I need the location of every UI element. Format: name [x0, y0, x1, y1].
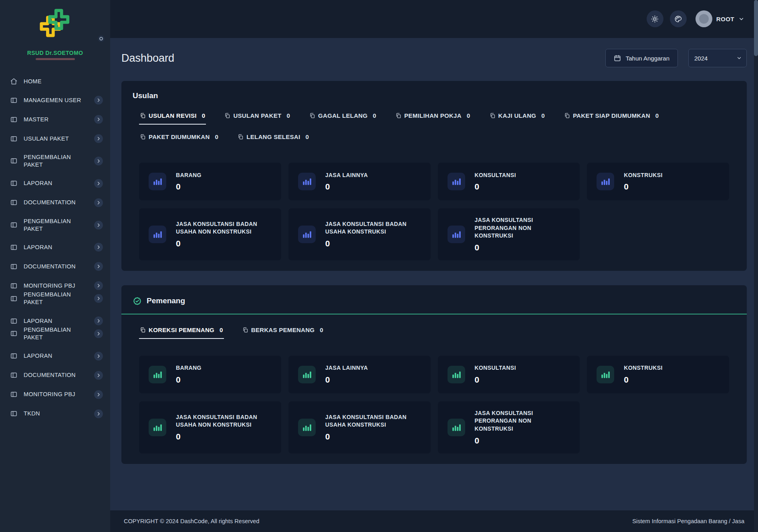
stat-value: 0: [325, 432, 417, 441]
stat-label: JASA LAINNYA: [325, 171, 368, 179]
tab-count: 0: [320, 326, 323, 333]
document-icon: [242, 327, 248, 333]
stat-tile-jasa-lainnya: JASA LAINNYA0: [288, 163, 431, 200]
sidebar-item-monitoring-pbj[interactable]: MONITORING PBJ: [0, 385, 110, 404]
tab-count: 0: [286, 112, 290, 119]
tab-label: PEMILIHAN POKJA: [404, 112, 462, 119]
tab-count: 0: [541, 112, 545, 119]
tab-koreksi-pemenang[interactable]: KOREKSI PEMENANG0: [139, 326, 224, 339]
bar-chart-icon: [149, 226, 166, 243]
chevron-right-icon: [94, 409, 103, 418]
tab-label: BERKAS PEMENANG: [251, 326, 315, 333]
sidebar-item-laporan[interactable]: LAPORAN: [0, 238, 110, 257]
sidebar-collapse-toggle[interactable]: [98, 35, 105, 42]
tab-label: PAKET SIAP DIUMUMKAN: [573, 112, 650, 119]
tab-usulan-revisi[interactable]: USULAN REVISI0: [139, 112, 206, 125]
stat-tile-konsultansi: KONSULTANSI0: [438, 356, 580, 393]
sidebar-item-documentation[interactable]: DOCUMENTATION: [0, 193, 110, 212]
menu-grid-icon: [10, 199, 18, 207]
sidebar-item-master[interactable]: MASTER: [0, 110, 110, 129]
document-icon: [140, 134, 146, 140]
chevron-right-icon: [94, 390, 103, 399]
tab-count: 0: [220, 326, 223, 333]
page-title: Dashboard: [121, 52, 174, 64]
tab-kaji-ulang[interactable]: KAJI ULANG0: [489, 112, 546, 125]
tab-paket-siap-diumumkan[interactable]: PAKET SIAP DIUMUMKAN0: [563, 112, 660, 125]
menu-grid-icon: [10, 96, 18, 104]
sidebar-item-laporan[interactable]: LAPORAN: [0, 174, 110, 193]
menu-grid-icon: [10, 115, 18, 123]
menu-grid-icon: [10, 243, 18, 251]
sidebar-item-laporan[interactable]: LAPORAN: [0, 347, 110, 366]
stat-tile-jasa-konsultansi-badan-usaha-non-konstruksi: JASA KONSULTANSI BADAN USAHA NON KONSTRU…: [139, 208, 281, 260]
chevron-right-icon: [94, 262, 103, 271]
tab-usulan-paket[interactable]: USULAN PAKET0: [224, 112, 291, 125]
sidebar-item-documentation[interactable]: DOCUMENTATION: [0, 257, 110, 276]
theme-toggle-button[interactable]: [647, 10, 663, 27]
menu-grid-icon: [10, 352, 18, 360]
stat-text: JASA KONSULTANSI PERORANGAN NON KONSTRUK…: [475, 216, 567, 252]
topbar: ROOT: [110, 0, 758, 38]
main-column: ROOT Dashboard Tahun Anggaran 2024: [110, 0, 758, 532]
document-icon: [238, 134, 244, 140]
bar-chart-icon: [448, 173, 465, 190]
tab-lelang-selesai[interactable]: LELANG SELESAI0: [237, 133, 310, 146]
tab-label: USULAN PAKET: [233, 112, 281, 119]
sidebar-item-home[interactable]: HOME: [0, 72, 110, 91]
sidebar-item-pengembalian-paket[interactable]: PENGEMBALIAN PAKET: [0, 286, 110, 311]
sidebar-item-label: HOME: [24, 78, 42, 85]
chevron-right-icon: [94, 294, 103, 303]
sidebar-item-pengembalian-paket[interactable]: PENGEMBALIAN PAKET: [0, 212, 110, 238]
usulan-tabs: USULAN REVISI0USULAN PAKET0GAGAL LELANG0…: [133, 112, 693, 146]
stat-tile-jasa-konsultansi-badan-usaha-non-konstruksi: JASA KONSULTANSI BADAN USAHA NON KONSTRU…: [139, 401, 281, 453]
page-header: Dashboard Tahun Anggaran 2024: [121, 49, 747, 67]
stat-tile-barang: BARANG0: [139, 163, 281, 200]
sidebar-item-pengembalian-paket[interactable]: PENGEMBALIAN PAKET: [0, 321, 110, 347]
year-select[interactable]: 2024: [688, 49, 747, 67]
stat-value: 0: [176, 432, 268, 441]
tab-paket-diumumkan[interactable]: PAKET DIUMUMKAN0: [139, 133, 219, 146]
toggle-dot-icon: [99, 37, 103, 40]
sidebar-item-tkdn[interactable]: TKDN: [0, 404, 110, 423]
stat-text: JASA KONSULTANSI BADAN USAHA NON KONSTRU…: [176, 413, 268, 441]
badge-check-icon: [133, 296, 142, 306]
scrollbar-thumb[interactable]: [754, 0, 758, 56]
user-menu[interactable]: ROOT: [696, 10, 744, 27]
tab-count: 0: [655, 112, 659, 119]
sidebar-item-pengembalian-paket[interactable]: PENGEMBALIAN PAKET: [0, 148, 110, 174]
bar-chart-icon: [597, 173, 614, 190]
palette-button[interactable]: [670, 10, 687, 27]
tab-label: KAJI ULANG: [498, 112, 536, 119]
menu-grid-icon: [10, 179, 18, 187]
sidebar-item-label: PENGEMBALIAN PAKET: [24, 153, 88, 169]
brand[interactable]: RSUD Dr.SOETOMO: [0, 0, 110, 62]
sidebar-item-managemen-user[interactable]: MANAGEMEN USER: [0, 91, 110, 110]
sidebar-item-documentation[interactable]: DOCUMENTATION: [0, 366, 110, 385]
document-icon: [224, 113, 230, 119]
bar-chart-icon: [298, 226, 316, 243]
tab-pemilihan-pokja[interactable]: PEMILIHAN POKJA0: [395, 112, 471, 125]
usulan-tiles: BARANG0JASA LAINNYA0KONSULTANSI0KONSTRUK…: [133, 163, 736, 260]
stat-text: KONSULTANSI0: [475, 364, 516, 385]
menu-grid-icon: [10, 371, 18, 379]
chevron-right-icon: [94, 115, 103, 124]
page-scrollbar[interactable]: [754, 0, 758, 532]
bar-chart-icon: [149, 419, 166, 436]
stat-value: 0: [475, 436, 567, 445]
tab-berkas-pemenang[interactable]: BERKAS PEMENANG0: [242, 326, 324, 339]
sidebar-item-usulan-paket[interactable]: USULAN PAKET: [0, 129, 110, 148]
stat-value: 0: [475, 375, 516, 385]
tahun-anggaran-button[interactable]: Tahun Anggaran: [605, 49, 678, 67]
chevron-right-icon: [94, 221, 103, 230]
pemenang-card: Pemenang KOREKSI PEMENANG0BERKAS PEMENAN…: [121, 285, 747, 464]
stat-tile-jasa-konsultansi-perorangan-non-konstruksi: JASA KONSULTANSI PERORANGAN NON KONSTRUK…: [438, 401, 580, 453]
stat-label: JASA KONSULTANSI BADAN USAHA NON KONSTRU…: [176, 220, 268, 236]
stat-label: JASA KONSULTANSI PERORANGAN NON KONSTRUK…: [475, 409, 567, 433]
palette-icon: [674, 15, 682, 23]
stat-text: BARANG0: [176, 364, 202, 385]
sidebar-item-label: MASTER: [24, 116, 48, 123]
usulan-title: Usulan: [133, 91, 736, 100]
menu-grid-icon: [10, 410, 18, 418]
sidebar-item-label: LAPORAN: [24, 352, 52, 360]
tab-gagal-lelang[interactable]: GAGAL LELANG0: [308, 112, 377, 125]
